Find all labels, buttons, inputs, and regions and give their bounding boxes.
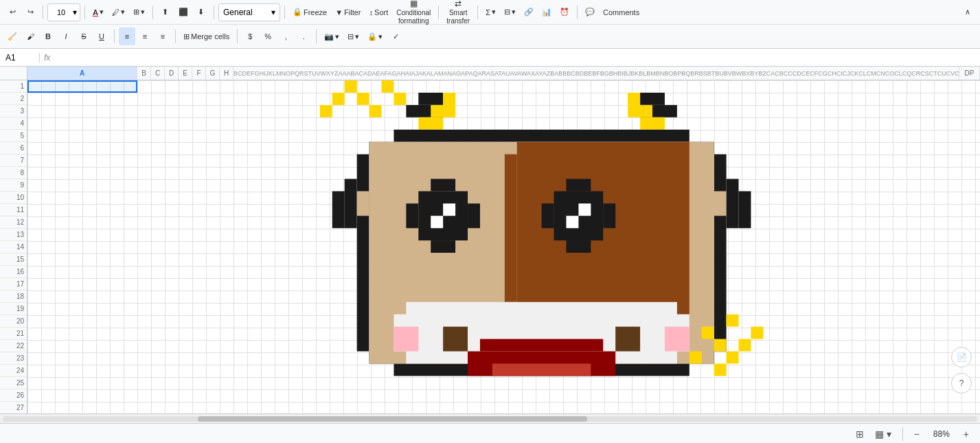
col-header-f[interactable]: F [192,67,206,80]
separator-6 [438,5,439,19]
svg-rect-30 [714,191,727,216]
row-num-14: 14 [0,241,27,253]
conditional-formatting-button[interactable]: ▦ Conditional formatting [393,1,434,24]
formula-input[interactable] [54,53,975,63]
checkmark-btn[interactable]: ✓ [387,27,404,45]
merge-cells-button[interactable]: ⊞ Merge cells [180,27,233,45]
align-left-icon: ≡ [125,32,129,41]
freeze-button[interactable]: 🔒 Freeze [289,3,330,21]
svg-rect-36 [431,179,455,191]
increase-decimal-button[interactable]: . [295,27,312,45]
data2-icon: ⊟ [347,32,354,41]
grid-view-button[interactable]: ⊞ [853,427,867,441]
merge-cells-label: Merge cells [191,32,229,41]
separator-12 [316,30,317,43]
decrease-decimal-button[interactable]: , [277,27,294,45]
zoom-in-button[interactable]: + [961,427,972,441]
smart-transfer-button[interactable]: ⇄ Smart transfer [443,1,473,24]
v-align-top-icon: ⬆ [162,8,168,16]
collapse-toolbar-button[interactable]: ∧ [959,3,976,21]
undo-button[interactable]: ↩ [4,3,21,21]
data2-btn[interactable]: ⊟ ▾ [344,27,363,45]
col-header-c[interactable]: C [151,67,165,80]
zoom-out-button[interactable]: − [911,427,922,441]
vertical-align-top-button[interactable]: ⬆ [157,3,174,21]
erase-button[interactable]: 🧹 [4,27,21,45]
align-left-button[interactable]: ≡ [119,27,135,45]
font-size-input[interactable]: 10 [51,8,71,16]
sort-button[interactable]: ↕ Sort [366,3,392,21]
row-num-3: 3 [0,105,27,117]
chart-button[interactable]: 📊 [538,3,555,21]
lock-btn[interactable]: 🔒 ▾ [364,27,386,45]
highlight-color-button[interactable]: 🖊 ▾ [109,3,128,21]
sheet-view-button[interactable]: ▦ ▾ [872,427,894,441]
col-header-e[interactable]: E [179,67,192,80]
svg-rect-54 [480,339,603,352]
col-header-a[interactable]: A [27,67,137,80]
comments-button[interactable]: Comments [600,3,643,21]
data-icon: ⊟ [504,8,510,16]
underline-button[interactable]: U [93,27,110,45]
svg-rect-37 [431,240,455,253]
horizontal-scrollbar[interactable] [3,416,977,422]
redo-button[interactable]: ↪ [22,3,38,21]
svg-rect-25 [345,179,357,228]
font-color-button[interactable]: A ▾ [89,3,107,21]
row-num-1: 1 [0,80,27,93]
separator-2 [84,5,85,19]
collapse-icon: ∧ [965,8,970,16]
filter-button[interactable]: ▼ Filter [332,3,364,21]
message-button[interactable]: 💬 [582,3,598,21]
zoom-out-icon: − [914,429,920,440]
vertical-align-bot-button[interactable]: ⬇ [193,3,209,21]
number-format-selector[interactable]: General ▾ [218,3,280,21]
link-button[interactable]: 🔗 [521,3,537,21]
percent-button[interactable]: % [260,27,276,45]
svg-rect-16 [628,93,640,105]
dollar-label: $ [248,32,252,41]
scrollbar-area[interactable] [0,413,980,423]
col-header-dp[interactable]: DP [959,67,980,80]
svg-rect-20 [357,155,369,352]
row-num-22: 22 [0,340,27,352]
document-button[interactable]: 📄 [951,347,972,367]
svg-rect-3 [369,105,382,117]
svg-rect-65 [751,327,763,339]
sort-label: Sort [374,8,388,16]
font-size-selector[interactable]: 10 ▾ [47,3,80,21]
svg-rect-1 [357,93,369,105]
col-header-d[interactable]: D [165,67,179,80]
strikethrough-button[interactable]: S [76,27,92,45]
undo-icon: ↩ [10,8,16,16]
col-header-b[interactable]: B [137,67,151,80]
svg-rect-14 [640,117,665,130]
screenshot-btn[interactable]: 📷 ▾ [321,27,343,45]
row-num-19: 19 [0,303,27,315]
freeze-label: Freeze [304,8,327,16]
increase-decimal-icon: . [303,32,305,41]
svg-rect-38 [406,203,418,228]
scrollbar-thumb[interactable] [198,416,588,422]
row-num-20: 20 [0,315,27,328]
vertical-align-mid-button[interactable]: ⬛ [175,3,192,21]
svg-rect-39 [468,203,480,228]
number-format-label: General [223,8,253,17]
col-header-g[interactable]: G [206,67,220,80]
data-btn[interactable]: ⊟ ▾ [501,3,519,21]
bold-button[interactable]: B [40,27,56,45]
separator-10 [175,30,176,43]
col-header-h[interactable]: H [220,67,233,80]
sum-button[interactable]: Σ ▾ [482,3,499,21]
main-grid[interactable]: 📄 ? [27,80,980,413]
svg-rect-64 [727,315,739,327]
paint-format-button[interactable]: 🖌 [22,27,38,45]
borders-button[interactable]: ⊞ ▾ [130,3,148,21]
align-right-button[interactable]: ≡ [155,27,171,45]
svg-rect-10 [431,105,455,117]
align-center-button[interactable]: ≡ [137,27,153,45]
italic-button[interactable]: I [58,27,74,45]
help-button[interactable]: ? [951,373,972,394]
alarm-button[interactable]: ⏰ [556,3,573,21]
dollar-button[interactable]: $ [242,27,258,45]
